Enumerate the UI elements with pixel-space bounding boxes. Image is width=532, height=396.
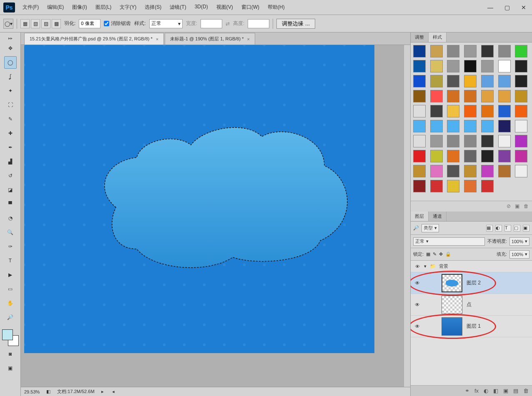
screenmode-tool[interactable]: ▣ bbox=[4, 362, 17, 374]
fill-input[interactable]: 100%▾ bbox=[509, 250, 529, 259]
canvas-area[interactable] bbox=[21, 45, 404, 387]
layer-fx-icon[interactable]: fx bbox=[474, 388, 479, 394]
tab-close-icon[interactable]: × bbox=[156, 37, 158, 42]
style-swatch[interactable] bbox=[413, 180, 426, 192]
shape-tool[interactable]: ▭ bbox=[4, 283, 17, 295]
style-swatch[interactable] bbox=[413, 105, 426, 117]
selection-sub-icon[interactable]: ▨ bbox=[41, 19, 50, 28]
eyedropper-tool[interactable]: ✎ bbox=[4, 113, 17, 125]
filter-adjust-icon[interactable]: ◐ bbox=[495, 225, 502, 232]
style-swatch[interactable] bbox=[498, 150, 511, 162]
menu-edit[interactable]: 编辑(E) bbox=[43, 2, 68, 12]
style-swatch[interactable] bbox=[413, 165, 426, 177]
visibility-icon[interactable]: 👁 bbox=[414, 301, 421, 308]
style-swatch[interactable] bbox=[498, 90, 511, 102]
panel-tab-channels[interactable]: 通道 bbox=[429, 212, 447, 221]
style-swatch[interactable] bbox=[481, 105, 494, 117]
refine-edge-button[interactable]: 调整边缘 ... bbox=[276, 19, 315, 29]
visibility-icon[interactable]: 👁 bbox=[414, 280, 421, 286]
style-swatch[interactable] bbox=[481, 150, 494, 162]
layer-thumb[interactable] bbox=[442, 317, 462, 336]
style-swatch[interactable] bbox=[464, 105, 477, 117]
style-swatch[interactable] bbox=[498, 105, 511, 117]
style-swatch[interactable] bbox=[447, 165, 459, 177]
styles-delete-icon[interactable]: 🗑 bbox=[524, 203, 529, 209]
group-toggle-icon[interactable]: ▾ bbox=[424, 264, 427, 269]
menu-window[interactable]: 窗口(W) bbox=[237, 2, 263, 12]
visibility-icon[interactable]: 👁 bbox=[414, 263, 421, 270]
opacity-input[interactable]: 100%▾ bbox=[509, 237, 529, 246]
style-swatch[interactable] bbox=[464, 180, 477, 192]
style-swatch[interactable] bbox=[447, 105, 459, 117]
menu-3d[interactable]: 3D(D) bbox=[191, 2, 212, 12]
layer-filter-type[interactable]: 类型▾ bbox=[422, 224, 439, 232]
group-name[interactable]: 背景 bbox=[439, 263, 448, 269]
style-swatch[interactable] bbox=[447, 75, 459, 87]
layer-row-1[interactable]: 👁 图层 1 bbox=[411, 316, 532, 337]
style-swatch[interactable] bbox=[498, 75, 511, 87]
style-swatch[interactable] bbox=[464, 60, 477, 72]
antialias-checkbox[interactable]: 消除锯齿 bbox=[104, 20, 131, 27]
style-swatch[interactable] bbox=[413, 45, 426, 57]
filter-pixel-icon[interactable]: ▦ bbox=[486, 225, 493, 232]
zoom-level[interactable]: 29.53% bbox=[24, 389, 40, 394]
style-swatch[interactable] bbox=[498, 135, 511, 147]
style-swatch[interactable] bbox=[481, 45, 494, 57]
style-swatch[interactable] bbox=[515, 60, 527, 72]
eraser-tool[interactable]: ◪ bbox=[4, 184, 17, 196]
type-tool[interactable]: T bbox=[4, 254, 17, 267]
style-swatch[interactable] bbox=[515, 75, 527, 87]
style-swatch[interactable] bbox=[481, 180, 494, 192]
gradient-tool[interactable]: ▀ bbox=[4, 198, 17, 210]
style-swatch[interactable] bbox=[447, 150, 459, 162]
delete-layer-icon[interactable]: 🗑 bbox=[523, 388, 529, 394]
style-swatch[interactable] bbox=[515, 105, 527, 117]
style-swatch[interactable] bbox=[430, 105, 443, 117]
visibility-icon[interactable]: 👁 bbox=[414, 323, 421, 330]
style-swatch[interactable] bbox=[447, 120, 459, 132]
menu-file[interactable]: 文件(F) bbox=[18, 2, 43, 12]
blur-tool[interactable]: ◔ bbox=[4, 212, 17, 224]
quickmask-tool[interactable]: ◙ bbox=[4, 348, 17, 360]
style-swatch[interactable] bbox=[515, 135, 527, 147]
style-swatch[interactable] bbox=[430, 150, 443, 162]
crop-tool[interactable]: ⛶ bbox=[4, 99, 17, 111]
window-maximize-button[interactable]: ▢ bbox=[499, 1, 515, 14]
style-swatch[interactable] bbox=[464, 135, 477, 147]
panel-tab-adjust[interactable]: 调整 bbox=[411, 32, 429, 42]
canvas[interactable] bbox=[24, 45, 374, 353]
magic-wand-tool[interactable]: ✦ bbox=[4, 85, 17, 97]
menu-view[interactable]: 视图(V) bbox=[212, 2, 237, 12]
style-swatch[interactable] bbox=[481, 60, 494, 72]
lock-paint-icon[interactable]: ✎ bbox=[433, 252, 437, 257]
menu-type[interactable]: 文字(Y) bbox=[115, 2, 141, 12]
lock-all-icon[interactable]: 🔒 bbox=[445, 252, 451, 257]
marquee-tool[interactable]: ◯ bbox=[4, 56, 17, 69]
lasso-tool[interactable]: ʆ bbox=[4, 70, 17, 83]
document-tab-1[interactable]: 15.21矢量风格户外招募广告.psd @ 29.5% (图层 2, RGB/8… bbox=[24, 33, 164, 45]
style-select[interactable]: 正常▾ bbox=[149, 19, 183, 28]
filter-shape-icon[interactable]: ▢ bbox=[514, 225, 520, 232]
history-brush-tool[interactable]: ↺ bbox=[4, 169, 17, 182]
stamp-tool[interactable]: ▟ bbox=[4, 155, 17, 168]
window-minimize-button[interactable]: — bbox=[482, 1, 499, 14]
vertical-scrollbar[interactable] bbox=[404, 45, 410, 387]
lock-transparent-icon[interactable]: ▦ bbox=[426, 252, 430, 257]
layer-name[interactable]: 图层 2 bbox=[467, 279, 481, 286]
style-swatch[interactable] bbox=[430, 45, 443, 57]
style-swatch[interactable] bbox=[464, 120, 477, 132]
layer-group[interactable]: 👁 ▾ 📁 背景 bbox=[411, 261, 532, 272]
styles-clear-icon[interactable]: ⊘ bbox=[507, 203, 511, 209]
current-tool-icon[interactable]: ◯▾ bbox=[3, 19, 13, 29]
style-swatch[interactable] bbox=[413, 135, 426, 147]
zoom-tool[interactable]: 🔎 bbox=[4, 311, 17, 324]
layer-row-2[interactable]: 👁 图层 2 bbox=[411, 272, 532, 294]
style-swatch[interactable] bbox=[515, 120, 527, 132]
window-close-button[interactable]: ✕ bbox=[515, 1, 532, 14]
menu-select[interactable]: 选择(S) bbox=[141, 2, 166, 12]
style-swatch[interactable] bbox=[498, 45, 511, 57]
menu-image[interactable]: 图像(I) bbox=[68, 2, 91, 12]
style-swatch[interactable] bbox=[447, 180, 459, 192]
search-icon[interactable]: 🔎 bbox=[413, 225, 419, 231]
style-swatch[interactable] bbox=[447, 135, 459, 147]
